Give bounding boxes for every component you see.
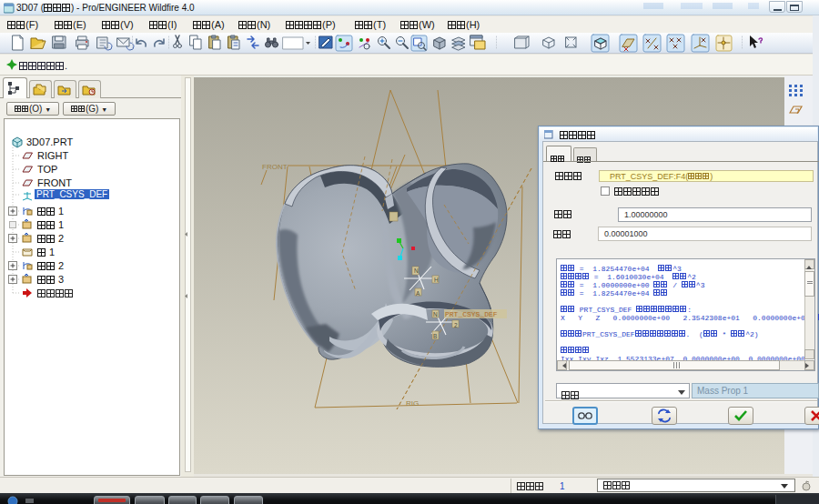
svg-text:N: N	[414, 267, 419, 274]
svg-text:A: A	[416, 290, 420, 297]
svg-text:B: B	[433, 333, 437, 339]
svg-text:PRT_CSYS_DEF: PRT_CSYS_DEF	[445, 310, 498, 318]
svg-text:RIG: RIG	[406, 399, 419, 408]
svg-text:FRONT: FRONT	[262, 163, 288, 171]
svg-text:H: H	[434, 277, 439, 283]
svg-text:2: 2	[454, 322, 458, 328]
svg-text:N: N	[433, 311, 438, 318]
